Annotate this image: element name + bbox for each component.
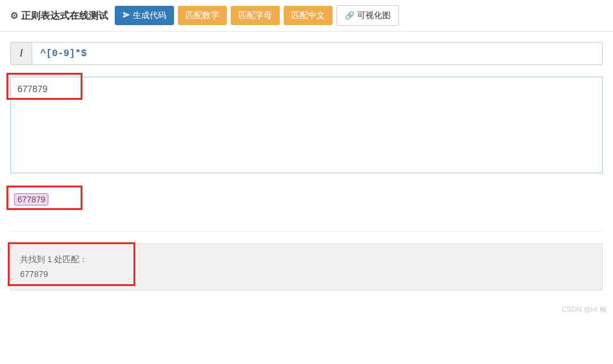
generate-label: 生成代码	[133, 10, 166, 21]
regex-input-row: /	[10, 42, 603, 65]
generate-code-button[interactable]: 生成代码	[115, 6, 174, 25]
page-title: ⚙ 正则表达式在线测试	[10, 10, 108, 22]
visualize-label: 可视化图	[357, 10, 391, 21]
match-letter-button[interactable]: 匹配字母	[231, 6, 280, 25]
title-text: 正则表达式在线测试	[21, 10, 108, 22]
match-digit-button[interactable]: 匹配数字	[178, 6, 227, 25]
watermark: CSDN @Hi 梅	[0, 301, 613, 316]
match-result-area: 677879	[10, 187, 603, 232]
match-letter-label: 匹配字母	[238, 10, 272, 21]
content-area: / 677879 共找到 1 处匹配： 677879	[0, 32, 613, 301]
summary-line-2: 677879	[20, 267, 593, 282]
match-digit-label: 匹配数字	[186, 10, 219, 21]
summary-box: 共找到 1 处匹配： 677879	[10, 244, 603, 291]
link-icon: 🔗	[345, 11, 355, 20]
regex-delimiter: /	[10, 42, 32, 65]
match-highlight: 677879	[14, 193, 48, 206]
test-string-input[interactable]	[10, 77, 603, 173]
summary-wrapper: 共找到 1 处匹配： 677879	[10, 244, 603, 291]
send-icon	[122, 11, 130, 21]
summary-line-1: 共找到 1 处匹配：	[20, 252, 593, 267]
test-input-wrapper	[10, 77, 603, 175]
toolbar: ⚙ 正则表达式在线测试 生成代码 匹配数字 匹配字母 匹配中文 🔗 可视化图	[0, 0, 613, 32]
gears-icon: ⚙	[10, 10, 19, 21]
regex-pattern-input[interactable]	[32, 42, 603, 65]
match-chinese-button[interactable]: 匹配中文	[284, 6, 333, 25]
match-chinese-label: 匹配中文	[291, 10, 325, 21]
visualize-button[interactable]: 🔗 可视化图	[336, 5, 399, 26]
